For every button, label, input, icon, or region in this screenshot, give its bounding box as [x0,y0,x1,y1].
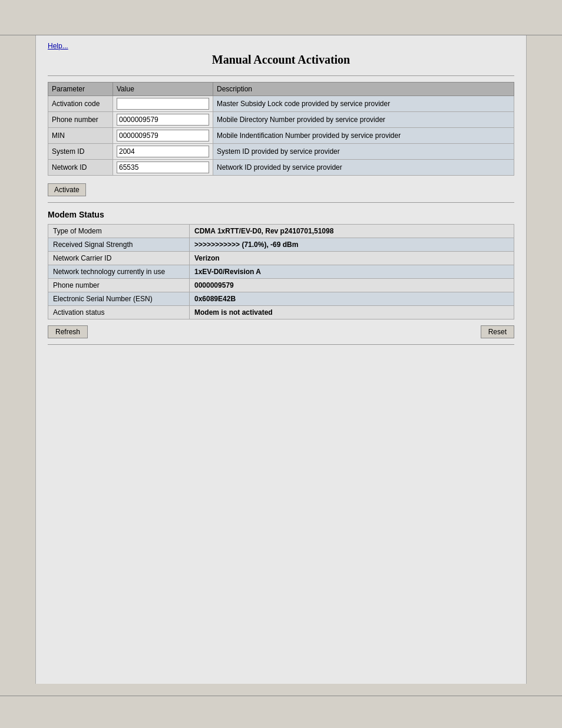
page-wrapper: Help... Manual Account Activation Parame… [0,0,562,728]
middle-divider [48,202,514,203]
status-value: Modem is not activated [190,306,514,319]
content-area: Help... Manual Account Activation Parame… [35,35,527,684]
modem-status-title: Modem Status [48,210,514,219]
bottom-divider [48,344,514,345]
modem-status-table: Type of ModemCDMA 1xRTT/EV-D0, Rev p2410… [48,224,514,319]
status-value: Verizon [190,252,514,265]
activation-value-cell [113,128,213,144]
status-row: Received Signal Strength>>>>>>>>>>> (71.… [48,238,514,252]
activation-input-phone-number[interactable] [117,114,209,126]
activation-description: Network ID provided by service provider [213,160,514,176]
status-value: >>>>>>>>>>> (71.0%), -69 dBm [190,238,514,252]
reset-button[interactable]: Reset [481,325,514,338]
col-header-description: Description [213,83,514,96]
activation-value-cell [113,112,213,128]
top-bar [0,0,562,35]
status-value: CDMA 1xRTT/EV-D0, Rev p2410701,51098 [190,225,514,238]
activation-input-system-id[interactable] [117,146,209,157]
activation-row: Phone numberMobile Directory Number prov… [48,112,514,128]
status-row: Network technology currently in use1xEV-… [48,265,514,279]
status-row: Network Carrier IDVerizon [48,252,514,265]
activation-param: Phone number [48,112,113,128]
status-label: Phone number [48,279,190,292]
status-value: 1xEV-D0/Revision A [190,265,514,279]
status-row: Type of ModemCDMA 1xRTT/EV-D0, Rev p2410… [48,225,514,238]
status-value: 0x6089E42B [190,292,514,306]
activation-row: MINMobile Indentification Number provide… [48,128,514,144]
status-value: 0000009579 [190,279,514,292]
status-label: Received Signal Strength [48,238,190,252]
status-row: Electronic Serial Number (ESN)0x6089E42B [48,292,514,306]
status-row: Activation statusModem is not activated [48,306,514,319]
activation-param: Activation code [48,96,113,112]
bottom-buttons: Refresh Reset [48,325,514,338]
activation-description: Mobile Indentification Number provided b… [213,128,514,144]
status-label: Network Carrier ID [48,252,190,265]
col-header-value: Value [113,83,213,96]
activation-table: Parameter Value Description Activation c… [48,82,514,176]
status-label: Electronic Serial Number (ESN) [48,292,190,306]
activation-value-cell [113,160,213,176]
refresh-button[interactable]: Refresh [48,325,88,338]
bottom-bar [0,696,562,713]
activation-input-activation-code[interactable] [117,98,209,110]
status-label: Activation status [48,306,190,319]
page-title: Manual Account Activation [48,53,514,67]
activation-value-cell [113,144,213,160]
activation-row: Network IDNetwork ID provided by service… [48,160,514,176]
activation-param: MIN [48,128,113,144]
activation-param: Network ID [48,160,113,176]
activation-description: System ID provided by service provider [213,144,514,160]
activation-description: Mobile Directory Number provided by serv… [213,112,514,128]
status-label: Network technology currently in use [48,265,190,279]
status-label: Type of Modem [48,225,190,238]
activation-row: System IDSystem ID provided by service p… [48,144,514,160]
activate-button[interactable]: Activate [48,183,86,196]
activation-input-min[interactable] [117,130,209,141]
activation-input-network-id[interactable] [117,162,209,173]
activation-param: System ID [48,144,113,160]
activation-value-cell [113,96,213,112]
top-divider [48,75,514,76]
activation-row: Activation codeMaster Subsidy Lock code … [48,96,514,112]
activation-description: Master Subsidy Lock code provided by ser… [213,96,514,112]
status-row: Phone number0000009579 [48,279,514,292]
help-link[interactable]: Help... [48,42,68,50]
col-header-parameter: Parameter [48,83,113,96]
